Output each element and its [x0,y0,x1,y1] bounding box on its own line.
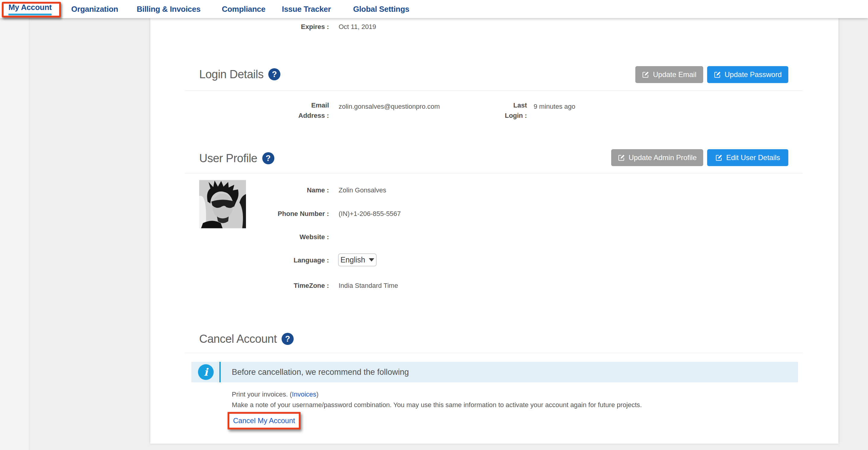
tab-compliance[interactable]: Compliance [222,0,265,18]
section-divider [185,353,803,353]
timezone-value: India Standard Time [339,280,398,291]
email-address-value: zolin.gonsalves@questionpro.com [339,101,440,112]
phone-number-value: (IN)+1-206-855-5567 [339,209,401,219]
cancellation-info-banner: i Before cancellation, we recommend the … [191,362,798,382]
help-icon[interactable]: ? [268,68,280,80]
tab-organization[interactable]: Organization [71,0,118,18]
info-icon: i [198,364,214,380]
website-label: Website : [232,232,329,242]
section-divider [185,173,803,173]
cancel-my-account-link[interactable]: Cancel My Account [233,417,295,425]
invoices-link[interactable]: Invoices [292,390,316,398]
question-glyph: ? [285,334,290,344]
edit-icon [714,71,721,78]
cancel-account-header: Cancel Account ? [199,332,294,346]
button-label: Update Email [653,70,696,79]
tab-label: Issue Tracker [282,4,331,14]
banner-title: Before cancellation, we recommend the fo… [232,367,409,377]
last-login-value: 9 minutes ago [534,101,575,112]
edit-user-details-button[interactable]: Edit User Details [707,149,788,166]
active-tab-underline [8,13,52,16]
user-profile-header: User Profile ? [199,151,274,166]
update-email-button[interactable]: Update Email [635,66,703,83]
red-annotation-box-cancel: Cancel My Account [227,412,301,429]
button-label: Update Password [725,70,782,79]
language-selected-value: English [340,256,365,264]
left-gutter [0,18,29,450]
tab-label: Billing & Invoices [137,4,200,14]
caret-down-icon [369,258,374,262]
name-value: Zolin Gonsalves [339,185,386,196]
section-title: User Profile [199,152,257,165]
question-glyph: ? [272,70,277,79]
question-glyph: ? [266,154,271,163]
timezone-label: TimeZone : [232,280,329,291]
language-dropdown[interactable]: English [338,253,377,266]
help-icon[interactable]: ? [282,333,294,345]
tab-global-settings[interactable]: Global Settings [353,0,409,18]
tab-label: Global Settings [353,4,409,14]
section-title: Cancel Account [199,332,277,346]
section-divider [185,91,803,91]
line-text: ) [316,390,318,398]
top-navbar: My Account Organization Billing & Invoic… [0,0,868,18]
last-login-label: Last Login : [500,100,527,121]
expires-label: Expires : [269,22,329,32]
info-glyph: i [204,366,208,378]
help-icon[interactable]: ? [262,152,274,164]
section-title: Login Details [199,68,264,81]
button-label: Update Admin Profile [629,153,696,162]
phone-number-label: Phone Number : [232,209,329,219]
tab-label: My Account [8,3,52,12]
print-invoices-line: Print your invoices. (Invoices) [232,390,318,399]
tab-label: Compliance [222,4,265,14]
edit-icon [715,154,722,161]
username-password-note: Make a note of your username/password co… [232,401,642,409]
language-label: Language : [232,255,329,266]
name-label: Name : [232,185,329,196]
line-text: Print your invoices. ( [232,390,292,398]
banner-accent-line [219,362,221,382]
update-admin-profile-button[interactable]: Update Admin Profile [611,149,703,166]
login-details-header: Login Details ? [199,67,280,82]
expires-value: Oct 11, 2019 [339,22,376,32]
email-address-label: Email Address : [293,100,329,121]
tab-my-account[interactable]: My Account [8,0,52,18]
account-settings-panel: Expires : Oct 11, 2019 Login Details ? U… [150,18,838,444]
button-label: Edit User Details [726,153,780,162]
tab-issue-tracker[interactable]: Issue Tracker [282,0,331,18]
tab-billing-invoices[interactable]: Billing & Invoices [137,0,200,18]
edit-icon [618,154,625,161]
update-password-button[interactable]: Update Password [707,66,788,83]
tab-label: Organization [71,4,118,14]
edit-icon [642,71,649,78]
